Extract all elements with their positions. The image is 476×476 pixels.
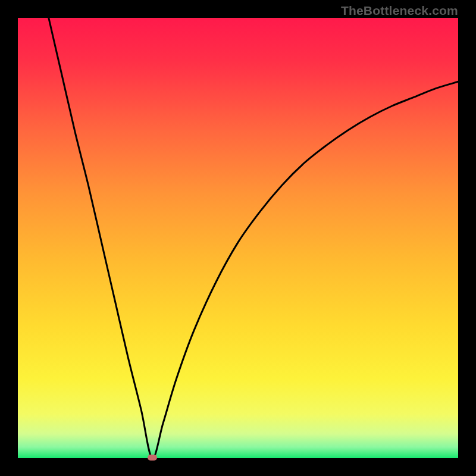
watermark-text: TheBottleneck.com (341, 4, 458, 18)
bottleneck-curve (49, 18, 458, 458)
optimum-marker (148, 455, 157, 461)
chart-container: TheBottleneck.com (0, 0, 476, 476)
plot-area (18, 18, 458, 458)
curve-layer (18, 18, 458, 458)
